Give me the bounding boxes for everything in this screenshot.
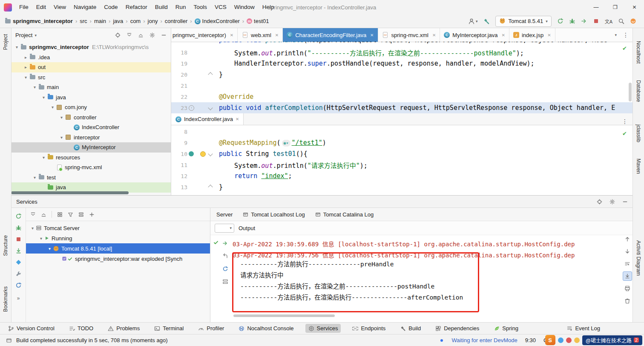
toolwindow-button-profiler[interactable]: Profiler (195, 324, 227, 333)
editor-tab-index.jsp[interactable]: index.jsp✕ (509, 28, 555, 42)
project-hscrollbar[interactable] (11, 191, 129, 194)
tool-stripe-jclasslib-button[interactable]: jclasslib (633, 124, 644, 142)
intention-bulb-icon[interactable] (200, 151, 206, 157)
user-menu-button[interactable]: ▾ (468, 18, 478, 25)
print-button[interactable] (623, 284, 632, 293)
tool-stripe-activiti-diagram-button[interactable]: Activiti Diagram (633, 240, 644, 276)
tool-stripe-nocalhost-button[interactable]: Nocalhost (633, 41, 644, 63)
close-tab-icon[interactable]: ✕ (236, 117, 239, 121)
breadcrumb-item[interactable]: src (80, 18, 87, 24)
run-config-selector[interactable]: Tomcat 8.5.41▾ (495, 16, 551, 27)
annotation-inlay[interactable]: ◉▾ (282, 140, 290, 147)
project-item-src[interactable]: ▾src (11, 72, 171, 83)
run-with-coverage-button[interactable] (581, 18, 587, 24)
search-everywhere-button[interactable] (618, 18, 624, 24)
status-ok-button[interactable] (213, 239, 219, 245)
devmode-status-icon[interactable] (439, 338, 444, 343)
debug-server-button[interactable] (15, 225, 22, 231)
project-item-spring-mvc.xml[interactable]: spring-mvc.xml (11, 162, 171, 173)
locate-button[interactable] (597, 199, 602, 205)
menu-refactor[interactable]: Refactor (122, 0, 151, 14)
menu-view[interactable]: View (50, 0, 70, 14)
tab-list-dropdown-icon[interactable]: ▾ (615, 33, 617, 37)
breadcrumb-item[interactable]: IndexController (195, 18, 240, 24)
project-item-java[interactable]: java (11, 182, 171, 193)
filter-button[interactable] (68, 212, 73, 217)
fold-down-icon[interactable] (208, 151, 213, 156)
menu-help[interactable]: Help (259, 0, 278, 14)
toolwindow-button-terminal[interactable]: Terminal (151, 324, 187, 333)
project-panel-title[interactable]: Project (15, 32, 32, 38)
group-by-button[interactable] (57, 212, 63, 217)
refresh-log-button[interactable] (222, 266, 228, 272)
more-icon[interactable]: » (17, 295, 20, 301)
menu-tools[interactable]: Tools (190, 0, 211, 14)
project-item-java[interactable]: ▾java (11, 92, 171, 103)
fold-up-icon[interactable] (208, 185, 213, 189)
add-service-button[interactable] (89, 212, 95, 217)
deploy-button[interactable] (15, 248, 22, 254)
tool-stripe-database-button[interactable]: Database (633, 80, 644, 102)
project-item-interceptor[interactable]: ▾interceptor (11, 133, 171, 143)
tree-down-arrow-icon[interactable]: ▾ (38, 236, 44, 241)
restart-server-button[interactable] (15, 213, 22, 219)
breadcrumb-item[interactable]: main (94, 18, 106, 24)
debug-button[interactable] (569, 18, 575, 24)
fold-up-icon[interactable] (208, 72, 213, 77)
notification-window-icon[interactable] (6, 337, 12, 343)
tree-down-arrow-icon[interactable]: ▾ (46, 246, 53, 251)
collapse-all-button[interactable] (138, 32, 144, 38)
close-tab-icon[interactable]: ✕ (502, 33, 505, 37)
breadcrumb-item[interactable]: controller (165, 18, 187, 24)
url-mapping-icon[interactable] (189, 151, 194, 156)
maximize-button[interactable]: ❐ (606, 0, 625, 14)
toolwindow-button-problems[interactable]: Problems (105, 324, 143, 333)
tree-right-arrow-icon[interactable]: ▸ (23, 65, 29, 69)
menu-vcs[interactable]: VCS (211, 0, 230, 14)
project-item-controller[interactable]: ▾controller (11, 112, 171, 123)
build-project-button[interactable] (483, 18, 490, 25)
menu-navigate[interactable]: Navigate (70, 0, 100, 14)
tool-stripe-project-button[interactable]: Project (0, 34, 11, 50)
toolwindow-button-todo[interactable]: TODO (66, 324, 96, 333)
jump-to-deployed-button[interactable] (222, 240, 228, 246)
scroll-up-button[interactable] (623, 234, 632, 244)
project-item-test[interactable]: ▾test (11, 173, 171, 183)
clear-console-button[interactable] (623, 296, 632, 306)
override-marker-icon[interactable] (189, 105, 194, 111)
rerun-button[interactable] (557, 18, 564, 24)
toolwindow-button-event-log[interactable]: Event Log (564, 324, 603, 333)
devmode-status[interactable]: Waiting for enter DevMode (452, 337, 518, 343)
tree-down-arrow-icon[interactable]: ▾ (58, 115, 65, 120)
editor-top[interactable]: ✔ public void postHandle(HttpServletRequ… (171, 42, 633, 113)
translate-icon[interactable]: 文A (605, 18, 612, 25)
settings-button[interactable] (150, 32, 155, 38)
breadcrumb-item[interactable]: com (130, 18, 141, 24)
tree-down-arrow-icon[interactable]: ▾ (32, 175, 38, 180)
soft-wrap-button[interactable] (222, 279, 228, 285)
stop-button[interactable] (593, 18, 599, 24)
log-tab-server[interactable]: Server (216, 211, 233, 218)
project-item-.idea[interactable]: ▸.idea (11, 52, 171, 63)
previous-occurrence-button[interactable] (222, 253, 228, 259)
more-icon[interactable]: ⋮ (623, 32, 629, 38)
editor-tab-CharacterEncodingFilter.java[interactable]: CharacterEncodingFilter.java✕ (283, 28, 378, 42)
project-item-resources[interactable]: ▾resources (11, 153, 171, 163)
collapse-all-button[interactable] (41, 212, 46, 217)
stop-server-button[interactable] (15, 236, 22, 242)
expand-all-button[interactable] (30, 212, 36, 217)
scroll-down-button[interactable] (623, 247, 632, 256)
tree-down-arrow-icon[interactable]: ▾ (23, 75, 29, 80)
breadcrumb-item[interactable]: test01 (247, 18, 269, 24)
service-item-Tomcat-Server[interactable]: ▾Tomcat Server (26, 223, 210, 233)
more-icon[interactable]: ⋮ (622, 118, 633, 125)
breadcrumb-item[interactable]: java (113, 18, 123, 24)
menu-run[interactable]: Run (172, 0, 190, 14)
split-editor-tab[interactable]: IndexController.java ✕ (171, 113, 244, 125)
locate-file-button[interactable] (115, 32, 121, 38)
service-item-Tomcat-8.5.41-local-[interactable]: ▾Tomcat 8.5.41 [local] (26, 243, 210, 254)
project-item-main[interactable]: ▾main (11, 82, 171, 92)
editor-bottom[interactable]: ✔ 89@RequestMapping(◉▾"/test1")10public … (171, 125, 633, 195)
fold-down-icon[interactable] (208, 105, 213, 110)
tree-down-arrow-icon[interactable]: ▾ (40, 95, 47, 100)
